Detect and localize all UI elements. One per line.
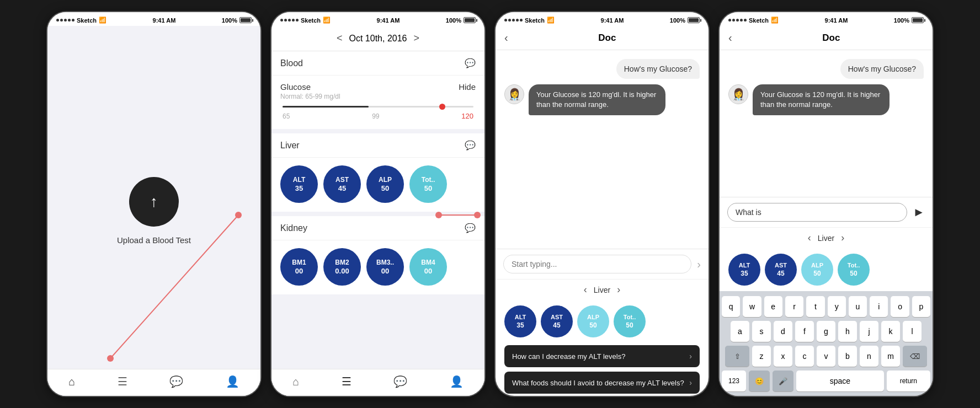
key-o[interactable]: o [891,296,909,317]
kidney-comment-icon[interactable]: 💬 [465,223,476,233]
nav-chat-icon[interactable]: 💬 [393,375,407,388]
key-g[interactable]: g [817,321,835,342]
liver-prev-button[interactable]: ‹ [808,232,811,244]
screens-container: Sketch 📶 9:41 AM 100% ↑ Upload a Blood T… [0,0,980,408]
key-k[interactable]: k [881,321,900,342]
key-z[interactable]: z [752,346,771,367]
liver-prev-button[interactable]: ‹ [584,284,587,296]
bm4-circle[interactable]: BM4 00 [409,248,447,286]
nav-home-icon[interactable]: ⌂ [68,375,75,388]
key-x[interactable]: x [774,346,792,367]
suggestion-1[interactable]: How can I decrease my ALT levels? › [504,345,700,367]
upload-button[interactable]: ↑ [129,177,179,227]
glucose-range-label: Normal: 65-99 mg/dl [280,93,476,100]
screen1-body: ↑ Upload a Blood Test [47,26,260,396]
bot-message-row-1: 👩‍⚕️ Your Glucose is 120 mg'dl. It is hi… [504,84,700,115]
key-a[interactable]: a [731,321,749,342]
signal-dot [728,19,731,22]
ast-circle-sm[interactable]: AST 45 [765,254,797,286]
key-n[interactable]: n [860,346,878,367]
key-l[interactable]: l [903,321,922,342]
nav-profile-icon[interactable]: 👤 [226,375,239,388]
delete-key[interactable]: ⌫ [903,346,927,367]
shift-key[interactable]: ⇧ [725,346,749,367]
key-p[interactable]: p [912,296,930,317]
suggestion-1-arrow-icon: › [689,352,692,361]
bm1-circle[interactable]: BM1 00 [280,248,318,286]
chat-input[interactable] [503,255,691,273]
key-e[interactable]: e [764,296,782,317]
screen2-body: Blood 💬 Glucose Hide Normal: 65-99 mg/dl [271,51,484,396]
back-button[interactable]: ‹ [728,31,732,44]
slider-max-label: 99 [372,112,379,120]
tot-circle[interactable]: Tot.. 50 [409,165,447,203]
tot-circle-sm[interactable]: Tot.. 50 [614,305,646,337]
return-key[interactable]: return [887,371,930,391]
mic-key[interactable]: 🎤 [773,371,793,391]
prev-date-button[interactable]: < [337,33,343,44]
nav-chat-icon[interactable]: 💬 [169,375,183,388]
alt-circle[interactable]: ALT 35 [280,165,318,203]
glucose-slider[interactable]: 65 99 120 [283,106,473,120]
time-label: 9:41 AM [153,17,176,24]
key-c[interactable]: c [795,346,814,367]
ast-circle[interactable]: AST 45 [323,165,361,203]
key-j[interactable]: j [860,321,878,342]
back-button[interactable]: ‹ [504,31,508,44]
liver-circles-small: ALT 35 AST 45 ALP 50 Tot.. 50 [496,300,709,343]
wifi-icon: 📶 [547,17,555,24]
hide-button[interactable]: Hide [459,82,476,92]
chat-input-active[interactable] [727,203,907,222]
upload-arrow-icon: ↑ [150,193,158,211]
bm3-circle[interactable]: BM3.. 00 [366,248,404,286]
key-q[interactable]: q [722,296,740,317]
kidney-circles-row: BM1 00 BM2 0.00 BM3.. 00 BM4 [271,240,484,294]
nav-profile-icon[interactable]: 👤 [450,375,464,388]
liver-next-button[interactable]: › [617,284,620,296]
bm2-circle[interactable]: BM2 0.00 [323,248,361,286]
send-button[interactable]: › [697,258,701,271]
nav-list-icon[interactable]: ☰ [118,375,127,388]
time-label: 9:41 AM [377,17,400,24]
key-d[interactable]: d [774,321,792,342]
key-y[interactable]: y [828,296,846,317]
space-key[interactable]: space [796,371,884,391]
key-r[interactable]: r [785,296,803,317]
alt-circle-sm[interactable]: ALT 35 [504,305,536,337]
slider-value-label: 120 [461,112,473,120]
numbers-key[interactable]: 123 [722,371,746,391]
tot-circle-sm[interactable]: Tot.. 50 [838,254,870,286]
key-h[interactable]: h [838,321,857,342]
alt-circle-sm[interactable]: ALT 35 [728,254,760,286]
suggestion-1-text: How can I decrease my ALT levels? [512,352,625,361]
alp-circle-sm[interactable]: ALP 50 [801,254,833,286]
emoji-key[interactable]: 😊 [749,371,770,391]
chat-title: Doc [739,33,924,44]
glucose-section: Glucose Hide Normal: 65-99 mg/dl 65 9 [271,76,484,129]
key-t[interactable]: t [806,296,824,317]
key-f[interactable]: f [795,321,814,342]
liver-comment-icon[interactable]: 💬 [465,140,476,151]
key-v[interactable]: v [817,346,835,367]
time-label: 9:41 AM [601,17,624,24]
alp-circle-sm[interactable]: ALP 50 [577,305,609,337]
suggestion-2[interactable]: What foods should I avoid to decrease my… [504,372,700,394]
liver-next-button[interactable]: › [841,232,844,244]
blood-comment-icon[interactable]: 💬 [465,58,476,68]
ast-circle-sm[interactable]: AST 45 [541,305,573,337]
nav-list-icon[interactable]: ☰ [342,375,351,388]
key-b[interactable]: b [838,346,857,367]
alp-circle[interactable]: ALP 50 [366,165,404,203]
bot-avatar: 👩‍⚕️ [504,84,524,104]
key-s[interactable]: s [752,321,771,342]
battery-label: 100% [670,17,685,24]
nav-home-icon[interactable]: ⌂ [292,375,299,388]
key-m[interactable]: m [881,346,900,367]
carrier-label: Sketch [301,17,321,24]
key-u[interactable]: u [849,296,867,317]
next-date-button[interactable]: > [413,33,419,44]
send-button[interactable]: ► [913,205,925,219]
key-i[interactable]: i [870,296,888,317]
key-w[interactable]: w [743,296,761,317]
keyboard-row-2: a s d f g h j k l [720,318,933,343]
